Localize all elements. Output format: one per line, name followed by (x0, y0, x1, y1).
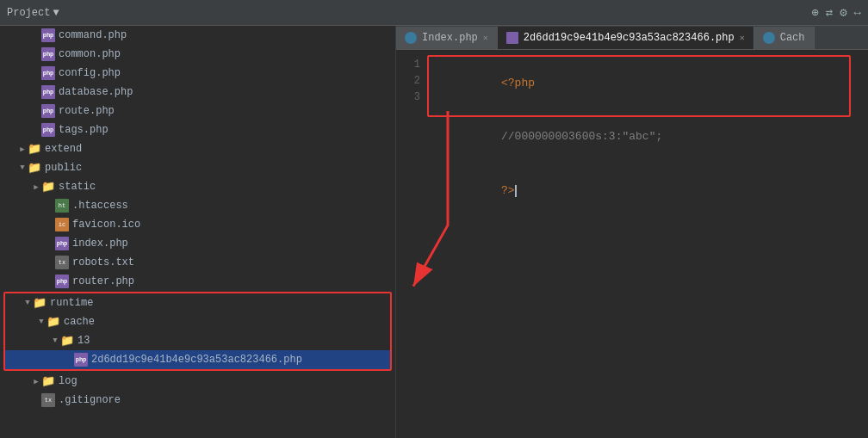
folder-icon: 📁 (28, 142, 41, 156)
htaccess-file-icon: ht (55, 199, 69, 213)
file-name: router.php (72, 275, 134, 287)
folder-arrow-icon (31, 376, 41, 386)
file-name: database.php (59, 86, 133, 98)
file-name: 2d6dd19c9e41b4e9c93a53ac823466.php (91, 354, 302, 366)
php-file-icon: php (41, 123, 55, 137)
folder-name: cache (64, 316, 95, 328)
php-file-icon: php (41, 47, 55, 61)
line-numbers: 1 2 3 (396, 57, 427, 431)
folder-arrow-icon (36, 317, 46, 327)
tab-bar: Index.php ✕ 2d6dd19c9e41b4e9c93a53ac8234… (396, 26, 868, 50)
php-file-icon: php (41, 104, 55, 118)
folder-arrow-icon (22, 298, 33, 308)
code-line-1: <?php (434, 57, 868, 110)
folder-name: runtime (50, 297, 93, 309)
folder-icon: 📁 (33, 296, 46, 310)
project-dropdown[interactable]: Project ▼ (7, 7, 59, 19)
dropdown-arrow-icon: ▼ (53, 7, 59, 19)
list-item[interactable]: php config.php (0, 64, 395, 83)
list-item[interactable]: 📁 static (0, 177, 395, 196)
tab-cach[interactable]: Cach (754, 27, 815, 49)
folder-arrow-icon (31, 182, 41, 192)
project-label: Project (7, 7, 50, 19)
13-folder[interactable]: 📁 13 (5, 331, 390, 350)
list-item[interactable]: php router.php (0, 272, 395, 291)
list-item[interactable]: tx robots.txt (0, 253, 395, 272)
file-name: .gitignore (59, 394, 121, 406)
tab-close-button[interactable]: ✕ (740, 33, 745, 43)
folder-arrow-icon (17, 144, 28, 154)
tab-icon (405, 32, 417, 44)
line-number: 2 (396, 73, 420, 89)
tab-label: Cach (780, 32, 805, 44)
add-icon[interactable]: ⊕ (811, 5, 818, 20)
php-file-icon: php (41, 66, 55, 80)
sync-icon[interactable]: ⇄ (826, 5, 833, 20)
list-item[interactable]: 📁 extend (0, 139, 395, 158)
code-line-2: //000000003600s:3:"abc"; (434, 110, 868, 163)
cache-folder[interactable]: 📁 cache (5, 312, 390, 331)
cursor (515, 185, 517, 197)
php-comment: //000000003600s:3:"abc"; (501, 130, 662, 143)
file-tree[interactable]: php command.php php common.php php confi… (0, 26, 396, 438)
tab-label: Index.php (422, 32, 478, 44)
tab-label: 2d6dd19c9e41b4e9c93a53ac823466.php (524, 32, 735, 44)
file-name: route.php (59, 105, 115, 117)
folder-name: 13 (78, 335, 90, 347)
file-name: favicon.ico (72, 219, 140, 231)
folder-icon: 📁 (41, 180, 55, 194)
cache-file[interactable]: php 2d6dd19c9e41b4e9c93a53ac823466.php (5, 350, 390, 369)
runtime-highlight-box: 📁 runtime 📁 cache 📁 13 php 2d6dd19c9e41b… (3, 292, 392, 371)
php-open-tag: <?php (501, 77, 535, 89)
list-item[interactable]: ht .htaccess (0, 196, 395, 215)
folder-icon: 📁 (46, 315, 60, 329)
txt-file-icon: tx (55, 256, 69, 269)
list-item[interactable]: php common.php (0, 45, 395, 64)
file-name: command.php (59, 29, 127, 41)
list-item[interactable]: php command.php (0, 26, 395, 45)
line-number: 3 (396, 89, 420, 106)
list-item[interactable]: php database.php (0, 83, 395, 102)
file-name: tags.php (59, 124, 108, 136)
folder-name: log (59, 375, 78, 387)
tab-index-php[interactable]: Index.php ✕ (396, 27, 498, 49)
settings-icon[interactable]: ⚙ (840, 5, 846, 20)
list-item[interactable]: 📁 public (0, 158, 395, 177)
editor-panel: Index.php ✕ 2d6dd19c9e41b4e9c93a53ac8234… (396, 26, 868, 438)
folder-arrow-icon (50, 336, 60, 346)
code-line-3: ?> (434, 164, 868, 218)
code-area[interactable]: 1 2 3 <?php //000000003600s:3:"abc"; ?> (396, 50, 868, 438)
runtime-folder[interactable]: 📁 runtime (5, 293, 390, 312)
php-file-icon: php (55, 275, 69, 288)
gitignore-file[interactable]: tx .gitignore (0, 391, 395, 410)
toolbar-icons: ⊕ ⇄ ⚙ ↔ (811, 5, 861, 20)
folder-name: public (45, 162, 82, 174)
php-file-icon: php (41, 28, 55, 42)
ico-file-icon: ic (55, 218, 69, 231)
line-number: 1 (396, 57, 420, 73)
list-item[interactable]: ic favicon.ico (0, 215, 395, 234)
tab-icon (763, 32, 775, 44)
php-file-icon: php (55, 237, 69, 250)
file-name: index.php (72, 238, 128, 250)
list-item[interactable]: php index.php (0, 234, 395, 253)
file-name: common.php (59, 48, 121, 60)
code-lines: <?php //000000003600s:3:"abc"; ?> (427, 57, 868, 431)
folder-name: static (59, 181, 96, 193)
folder-arrow-icon (17, 163, 28, 173)
log-folder[interactable]: 📁 log (0, 372, 395, 391)
tab-close-button[interactable]: ✕ (483, 33, 488, 43)
list-item[interactable]: php tags.php (0, 120, 395, 139)
expand-icon[interactable]: ↔ (854, 6, 861, 20)
file-name: .htaccess (72, 200, 128, 212)
toolbar: Project ▼ ⊕ ⇄ ⚙ ↔ (0, 0, 868, 26)
folder-icon: 📁 (41, 374, 55, 388)
file-name: robots.txt (72, 256, 134, 268)
tab-cache-file[interactable]: 2d6dd19c9e41b4e9c93a53ac823466.php ✕ (498, 27, 754, 49)
txt-file-icon: tx (41, 393, 55, 407)
list-item[interactable]: php route.php (0, 102, 395, 120)
toolbar-left: Project ▼ (7, 7, 59, 19)
folder-icon: 📁 (60, 334, 74, 348)
folder-name: extend (45, 143, 82, 155)
php-file-icon: php (74, 353, 88, 367)
